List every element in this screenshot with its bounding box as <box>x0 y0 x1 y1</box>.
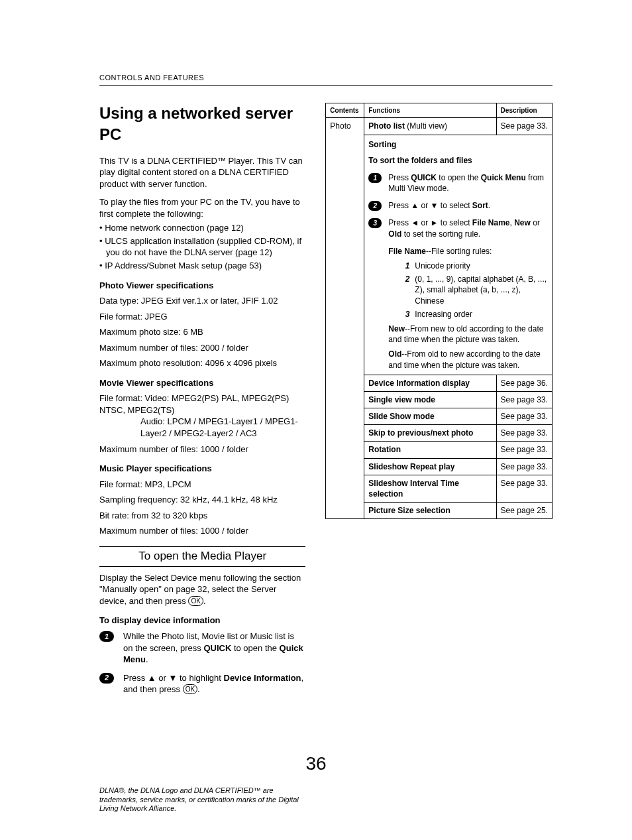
photo-spec-res: Maximum photo resolution: 4096 x 4096 pi… <box>99 357 305 369</box>
music-spec-files: Maximum number of files: 1000 / folder <box>99 525 305 537</box>
s2c: to select <box>438 201 472 210</box>
sort-title: To sort the folders and files <box>368 155 548 166</box>
rule1-text: Unicode priority <box>415 261 548 271</box>
movie-audio-row: Audio: LPCM / MPEG1-Layer1 / MPEG1-Layer… <box>99 416 305 439</box>
step1-quick: QUICK <box>203 643 231 653</box>
rule-3: 3Increasing order <box>368 309 548 320</box>
display-devinfo-heading: To display device information <box>99 615 305 627</box>
step-1-text: While the Photo list, Movie list or Musi… <box>123 630 305 666</box>
s3b: or <box>419 218 430 227</box>
s1-quick: QUICK <box>411 173 437 182</box>
cell-picsize-desc: See page 25. <box>496 503 552 519</box>
intro-2: To play the files from your PC on the TV… <box>99 196 305 219</box>
s3-old: Old <box>388 229 401 239</box>
s1a: Press <box>388 173 411 182</box>
cell-contents-photo: Photo <box>326 118 364 519</box>
down-icon: ▼ <box>169 673 178 683</box>
file-name-rules-label: File Name--File sorting rules: <box>368 246 548 257</box>
open-intro-b: . <box>203 596 206 606</box>
left-column: Using a networked server PC This TV is a… <box>99 103 305 702</box>
photo-spec-datatype: Data type: JPEG Exif ver.1.x or later, J… <box>99 295 305 307</box>
step-2-text: Press ▲ or ▼ to highlight Device Informa… <box>123 672 305 695</box>
cell-rotation: Rotation <box>364 442 496 458</box>
step-1-badge: 1 <box>99 631 114 642</box>
open-intro: Display the Select Device menu following… <box>99 572 305 607</box>
open-media-player-title: To open the Media Player <box>99 546 305 567</box>
step-2-badge: 2 <box>99 673 114 684</box>
cell-photo-list: Photo list (Multi view) <box>364 118 496 135</box>
step2-e: . <box>197 684 200 694</box>
s3f: to set the sorting rule. <box>401 229 480 239</box>
functions-table: Contents Functions Description Photo Pho… <box>325 103 553 520</box>
s3-new: New <box>514 218 531 227</box>
cell-picsize: Picture Size selection <box>364 503 496 519</box>
movie-spec-format: File format: Video: MPEG2(PS) PAL, MPEG2… <box>99 392 305 416</box>
photo-list-suffix: (Multi view) <box>405 121 447 131</box>
step2-di: Device Information <box>224 673 301 683</box>
old-label: Old <box>388 349 401 359</box>
rule-1: 1Unicode priority <box>368 261 548 271</box>
sorting-label: Sorting <box>368 139 548 150</box>
s2b: or <box>419 201 430 210</box>
step2-c: to highlight <box>177 673 223 683</box>
prereq-list: Home network connection (page 12) ULCS a… <box>99 222 305 271</box>
th-functions: Functions <box>364 103 496 118</box>
cell-interval-desc: See page 33. <box>496 475 552 502</box>
photo-list-label: Photo list <box>368 121 405 131</box>
music-spec-freq: Sampling frequency: 32 kHz, 44.1 kHz, 48… <box>99 494 305 506</box>
photo-spec-heading: Photo Viewer specifications <box>99 280 305 292</box>
rule2-text: (0, 1, ..., 9), capital alphabet (A, B, … <box>415 274 548 306</box>
sort-step-3-badge: 3 <box>368 218 382 228</box>
s1-qm: Quick Menu <box>481 173 526 182</box>
s3c: to select <box>438 218 472 227</box>
photo-spec-files: Maximum number of files: 2000 / folder <box>99 342 305 354</box>
up-icon: ▲ <box>411 201 419 210</box>
ok-icon: OK <box>183 684 197 694</box>
page-number: 36 <box>305 751 326 776</box>
bullet-ulcs: ULCS application installation (supplied … <box>99 235 305 259</box>
step2-b: or <box>156 673 169 683</box>
ok-icon: OK <box>188 596 203 606</box>
step1-c: . <box>146 654 148 664</box>
intro-1: This TV is a DLNA CERTIFIED™ Player. Thi… <box>99 155 305 190</box>
cell-skip-desc: See page 33. <box>496 425 552 442</box>
header-section: CONTROLS AND FEATURES <box>99 73 553 83</box>
cell-single-view-desc: See page 33. <box>496 391 552 408</box>
old-text: --From old to new according to the date … <box>388 349 540 369</box>
cell-interval: Slideshow Interval Time selection <box>364 475 496 502</box>
step-2: 2 Press ▲ or ▼ to highlight Device Infor… <box>99 672 305 695</box>
right-icon: ► <box>431 218 439 227</box>
s2a: Press <box>388 201 411 210</box>
cell-repeat: Slideshow Repeat play <box>364 458 496 475</box>
s1b: to open the <box>437 173 481 182</box>
rule-2: 2(0, 1, ..., 9), capital alphabet (A, B,… <box>368 274 548 306</box>
photo-spec-format: File format: JPEG <box>99 311 305 323</box>
s2-sort: Sort <box>472 201 488 210</box>
sort-step-3: 3 Press ◄ or ► to select File Name, New … <box>368 217 548 239</box>
step-1: 1 While the Photo list, Movie list or Mu… <box>99 630 305 666</box>
movie-spec-heading: Movie Viewer specifications <box>99 377 305 389</box>
sort-step-1: 1 Press QUICK to open the Quick Menu fro… <box>368 172 548 194</box>
footnote: DLNA®, the DLNA Logo and DLNA CERTIFIED™… <box>99 786 305 813</box>
left-icon: ◄ <box>411 218 419 227</box>
cell-sorting: Sorting To sort the folders and files 1 … <box>364 135 553 375</box>
cell-rotation-desc: See page 33. <box>496 442 552 458</box>
new-label: New <box>388 324 405 333</box>
s3-fn: File Name <box>472 218 510 227</box>
music-spec-bitrate: Bit rate: from 32 to 320 kbps <box>99 510 305 522</box>
sort-step-1-text: Press QUICK to open the Quick Menu from … <box>388 172 548 194</box>
movie-audio-label: Audio: <box>140 416 165 426</box>
cell-devinfo-desc: See page 36. <box>496 375 552 391</box>
step2-a: Press <box>123 673 148 683</box>
bullet-ip: IP Address/Subnet Mask setup (page 53) <box>99 260 305 272</box>
down-icon: ▼ <box>431 201 439 210</box>
s3a: Press <box>388 218 411 227</box>
music-spec-heading: Music Player specifications <box>99 463 305 475</box>
s2d: . <box>488 201 490 210</box>
sort-step-2-text: Press ▲ or ▼ to select Sort. <box>388 200 490 211</box>
cell-slideshow-desc: See page 33. <box>496 408 552 425</box>
sort-step-1-badge: 1 <box>368 173 382 183</box>
cell-slideshow: Slide Show mode <box>364 408 496 425</box>
new-rule: New--From new to old according to the da… <box>368 324 548 345</box>
up-icon: ▲ <box>148 673 156 683</box>
